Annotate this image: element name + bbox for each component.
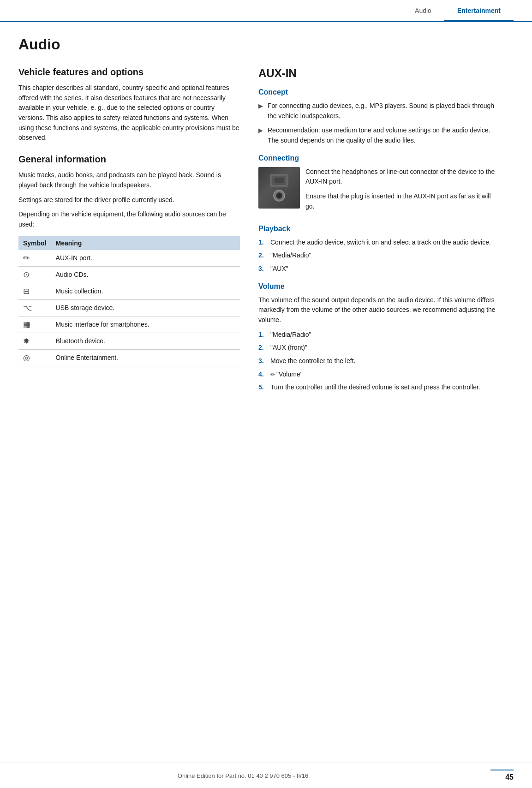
- tab-entertainment[interactable]: Entertainment: [444, 1, 514, 21]
- volume-step: 4. ✏"Volume": [258, 370, 498, 380]
- concept-bullets: ▶ For connecting audio devices, e.g., MP…: [258, 101, 498, 146]
- step-text: Connect the audio device, switch it on a…: [270, 238, 491, 248]
- connecting-text2: Ensure that the plug is inserted in the …: [305, 191, 498, 211]
- step-number: 1.: [258, 330, 267, 340]
- aux-port-svg: [265, 172, 293, 204]
- table-cell-symbol: ✏: [18, 250, 51, 267]
- step-number: 3.: [258, 264, 267, 274]
- table-header-symbol: Symbol: [18, 236, 51, 250]
- table-row: ⊙ Audio CDs.: [18, 266, 240, 283]
- table-row: ◎ Online Entertainment.: [18, 349, 240, 366]
- table-cell-meaning: Online Entertainment.: [51, 349, 240, 366]
- connecting-text: Connect the headphones or line-out conne…: [305, 167, 498, 216]
- symbol-table: Symbol Meaning ✏ AUX-IN port. ⊙ Audio CD…: [18, 236, 240, 366]
- footer-line: [490, 770, 514, 770]
- header: Audio Entertainment: [0, 0, 532, 22]
- table-row: ▦ Music interface for smartphones.: [18, 316, 240, 333]
- table-cell-symbol: ⊟: [18, 283, 51, 299]
- header-tabs: Audio Entertainment: [402, 1, 514, 20]
- step-number: 4.: [258, 370, 267, 380]
- concept-section: Concept ▶ For connecting audio devices, …: [258, 88, 498, 146]
- table-cell-symbol: ⊙: [18, 266, 51, 283]
- pencil-icon: ✏: [270, 371, 275, 378]
- playback-section: Playback 1. Connect the audio device, sw…: [258, 225, 498, 274]
- footer-text: Online Edition for Part no. 01 40 2 970 …: [18, 772, 467, 779]
- vehicle-features-heading: Vehicle features and options: [18, 67, 240, 78]
- volume-step: 2. "AUX (front)": [258, 343, 498, 353]
- concept-bullet-item: ▶ For connecting audio devices, e.g., MP…: [258, 101, 498, 121]
- bullet-text: For connecting audio devices, e.g., MP3 …: [268, 101, 498, 121]
- step-text: Turn the controller until the desired vo…: [270, 382, 480, 393]
- general-info-para3: Depending on the vehicle equipment, the …: [18, 209, 240, 229]
- general-information-heading: General information: [18, 154, 240, 165]
- footer: Online Edition for Part no. 01 40 2 970 …: [0, 763, 532, 788]
- connecting-subheading: Connecting: [258, 154, 498, 162]
- volume-step: 5. Turn the controller until the desired…: [258, 382, 498, 393]
- vehicle-features-body: This chapter describes all standard, cou…: [18, 83, 240, 143]
- bullet-arrow-icon: ▶: [258, 101, 263, 121]
- general-info-para2: Settings are stored for the driver profi…: [18, 195, 240, 205]
- general-info-para1: Music tracks, audio books, and podcasts …: [18, 170, 240, 190]
- table-cell-meaning: Music interface for smartphones.: [51, 316, 240, 333]
- right-column: AUX-IN Concept ▶ For connecting audio de…: [258, 67, 498, 398]
- playback-steps: 1. Connect the audio device, switch it o…: [258, 238, 498, 274]
- playback-step: 2. "Media/Radio": [258, 251, 498, 261]
- svg-rect-2: [275, 178, 284, 183]
- volume-step: 3. Move the controller to the left.: [258, 356, 498, 366]
- playback-step: 1. Connect the audio device, switch it o…: [258, 238, 498, 248]
- general-information-section: General information Music tracks, audio …: [18, 154, 240, 366]
- connecting-block: Connect the headphones or line-out conne…: [258, 167, 498, 216]
- bullet-arrow-icon: ▶: [258, 126, 263, 145]
- table-row: ⌥ USB storage device.: [18, 299, 240, 316]
- page-title: Audio: [18, 36, 514, 53]
- aux-in-heading: AUX-IN: [258, 67, 498, 80]
- connecting-text1: Connect the headphones or line-out conne…: [305, 167, 498, 187]
- table-cell-meaning: USB storage device.: [51, 299, 240, 316]
- table-cell-symbol: ⌥: [18, 299, 51, 316]
- footer-page-block: 45: [486, 770, 514, 782]
- step-number: 5.: [258, 382, 267, 393]
- aux-in-image: [258, 167, 300, 209]
- table-cell-symbol: ✸: [18, 333, 51, 349]
- volume-step: 1. "Media/Radio": [258, 330, 498, 340]
- table-cell-meaning: Bluetooth device.: [51, 333, 240, 349]
- table-cell-meaning: AUX-IN port.: [51, 250, 240, 267]
- table-row: ✏ AUX-IN port.: [18, 250, 240, 267]
- aux-image-inner: [258, 167, 300, 209]
- step-text: ✏"Volume": [270, 370, 303, 380]
- connecting-section: Connecting: [258, 154, 498, 216]
- playback-subheading: Playback: [258, 225, 498, 233]
- step-text: "AUX": [270, 264, 288, 274]
- table-cell-symbol: ◎: [18, 349, 51, 366]
- svg-point-5: [278, 194, 281, 197]
- table-cell-meaning: Audio CDs.: [51, 266, 240, 283]
- volume-subheading: Volume: [258, 282, 498, 291]
- step-text: Move the controller to the left.: [270, 356, 355, 366]
- footer-page-number: 45: [486, 773, 514, 782]
- concept-subheading: Concept: [258, 88, 498, 96]
- concept-bullet-item: ▶ Recommendation: use medium tone and vo…: [258, 125, 498, 145]
- playback-step: 3. "AUX": [258, 264, 498, 274]
- volume-section: Volume The volume of the sound output de…: [258, 282, 498, 393]
- two-column-layout: Vehicle features and options This chapte…: [18, 67, 514, 398]
- table-row: ✸ Bluetooth device.: [18, 333, 240, 349]
- vehicle-features-section: Vehicle features and options This chapte…: [18, 67, 240, 143]
- step-number: 1.: [258, 238, 267, 248]
- table-header-meaning: Meaning: [51, 236, 240, 250]
- volume-intro: The volume of the sound output depends o…: [258, 295, 498, 325]
- step-text: "Media/Radio": [270, 330, 311, 340]
- table-cell-symbol: ▦: [18, 316, 51, 333]
- table-row: ⊟ Music collection.: [18, 283, 240, 299]
- main-content: Audio Vehicle features and options This …: [0, 22, 532, 426]
- volume-steps: 1. "Media/Radio" 2. "AUX (front)" 3. Mov…: [258, 330, 498, 393]
- step-number: 2.: [258, 251, 267, 261]
- tab-audio[interactable]: Audio: [402, 1, 444, 20]
- left-column: Vehicle features and options This chapte…: [18, 67, 240, 398]
- step-number: 2.: [258, 343, 267, 353]
- step-text: "AUX (front)": [270, 343, 307, 353]
- step-text: "Media/Radio": [270, 251, 311, 261]
- table-cell-meaning: Music collection.: [51, 283, 240, 299]
- bullet-text: Recommendation: use medium tone and volu…: [268, 125, 498, 145]
- step-number: 3.: [258, 356, 267, 366]
